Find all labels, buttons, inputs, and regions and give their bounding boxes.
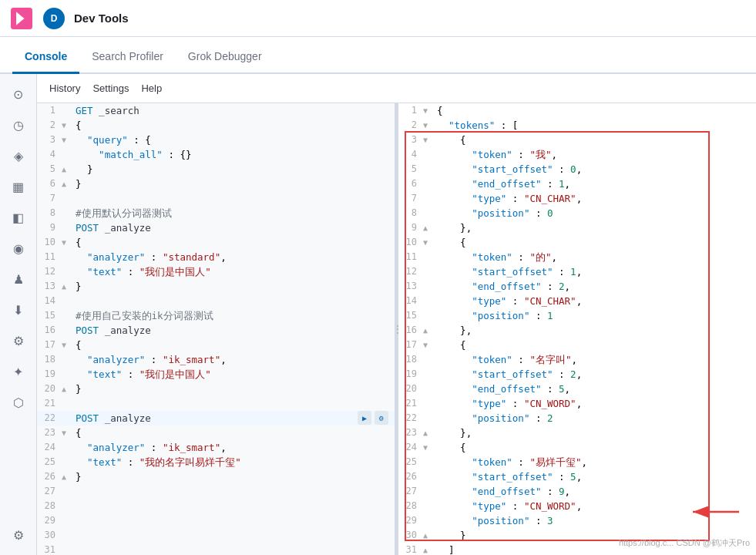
- table-row: 10▼ {: [398, 235, 756, 250]
- table-row: 10▼{: [37, 235, 395, 250]
- fold-icon[interactable]: ▼: [423, 338, 434, 352]
- line-number: 10: [37, 235, 62, 250]
- sidebar-icon-settings[interactable]: ⚙: [5, 521, 32, 549]
- line-number: 21: [398, 396, 423, 411]
- table-row: 18 "token" : "名字叫",: [398, 352, 756, 367]
- line-number: 11: [398, 250, 423, 264]
- tab-grok-debugger[interactable]: Grok Debugger: [176, 41, 274, 74]
- table-row: 6▲}: [37, 177, 395, 191]
- sidebar-icon-shield[interactable]: ◈: [5, 142, 32, 170]
- table-row: 16▲ },: [398, 323, 756, 338]
- fold-icon[interactable]: ▼: [423, 118, 434, 133]
- line-number: 1: [37, 103, 62, 118]
- sidebar-icon-map[interactable]: ◉: [5, 234, 32, 262]
- line-number: 21: [37, 396, 62, 411]
- fold-icon[interactable]: ▲: [62, 177, 72, 191]
- left-code-scroll[interactable]: 1GET _search2▼{3▼ "query" : {4 "match_al…: [37, 103, 395, 555]
- line-number: 15: [398, 308, 423, 323]
- line-number: 15: [37, 308, 62, 323]
- line-content: {: [72, 426, 395, 440]
- table-row: 16POST _analyze: [37, 323, 395, 338]
- table-row: 21: [37, 396, 395, 411]
- right-code-scroll[interactable]: 1▼{2▼ "tokens" : [3▼ {4 "token" : "我",5 …: [398, 103, 756, 555]
- watermark: https://blog.c... CSDN @鹤冲天Pro: [619, 537, 750, 549]
- tab-search-profiler[interactable]: Search Profiler: [79, 41, 176, 74]
- fold-icon[interactable]: ▲: [423, 220, 434, 235]
- fold-icon[interactable]: ▼: [423, 440, 434, 455]
- line-content: "type" : "CN_WORD",: [434, 396, 756, 411]
- line-number: 27: [37, 484, 62, 499]
- line-number: 20: [398, 382, 423, 396]
- sub-toolbar-settings[interactable]: Settings: [92, 79, 129, 97]
- line-content: GET _search: [72, 103, 395, 118]
- sidebar-icon-chart[interactable]: ▦: [5, 173, 32, 200]
- sidebar-icon-beaker[interactable]: ⬡: [5, 388, 32, 416]
- table-row: 22POST _analyze▶⚙: [37, 411, 395, 426]
- fold-icon[interactable]: ▲: [62, 382, 72, 396]
- fold-icon[interactable]: ▼: [423, 133, 434, 147]
- line-content: "token" : "名字叫",: [434, 352, 756, 367]
- line-content: {: [72, 338, 395, 352]
- table-row: 21 "type" : "CN_WORD",: [398, 396, 756, 411]
- right-editor: 1▼{2▼ "tokens" : [3▼ {4 "token" : "我",5 …: [398, 103, 756, 555]
- line-number: 31: [37, 543, 62, 555]
- fold-icon[interactable]: ▲: [423, 528, 434, 543]
- line-number: 2: [37, 118, 62, 133]
- line-number: 25: [398, 455, 423, 469]
- sidebar-icon-user[interactable]: ♟: [5, 265, 32, 293]
- table-row: 9POST _analyze: [37, 220, 395, 235]
- table-row: 4 "match_all" : {}: [37, 147, 395, 162]
- fold-icon[interactable]: ▼: [62, 133, 72, 147]
- sub-toolbar-history[interactable]: History: [49, 79, 80, 97]
- fold-icon[interactable]: ▼: [62, 426, 72, 440]
- line-content: "start_offset" : 2,: [434, 367, 756, 382]
- fold-icon[interactable]: ▼: [423, 103, 434, 118]
- table-row: 13 "end_offset" : 2,: [398, 279, 756, 294]
- sidebar: ⊙ ◷ ◈ ▦ ◧ ◉ ♟ ⬇ ⚙ ✦ ⬡ ⚙: [0, 74, 37, 555]
- table-row: 19 "start_offset" : 2,: [398, 367, 756, 382]
- fold-icon[interactable]: ▲: [62, 162, 72, 177]
- fold-icon[interactable]: ▼: [62, 118, 72, 133]
- sidebar-icon-database[interactable]: ◧: [5, 204, 32, 231]
- line-number: 30: [37, 528, 62, 543]
- fold-icon[interactable]: ▲: [62, 279, 72, 294]
- sidebar-icon-clock[interactable]: ◷: [5, 111, 32, 139]
- line-content: },: [434, 323, 756, 338]
- line-content: "text" : "我们是中国人": [72, 367, 395, 382]
- line-content: {: [434, 235, 756, 250]
- sidebar-icon-search[interactable]: ⚙: [5, 327, 32, 355]
- fold-icon[interactable]: ▲: [62, 469, 72, 484]
- line-number: 26: [37, 469, 62, 484]
- table-row: 11 "analyzer" : "standard",: [37, 250, 395, 264]
- sidebar-icon-home[interactable]: ⊙: [5, 80, 32, 108]
- tab-console[interactable]: Console: [12, 41, 79, 74]
- line-number: 17: [37, 338, 62, 352]
- settings-button[interactable]: ⚙: [375, 411, 388, 425]
- sidebar-icon-download[interactable]: ⬇: [5, 296, 32, 324]
- line-number: 22: [37, 411, 62, 426]
- sub-toolbar-help[interactable]: Help: [141, 79, 162, 97]
- line-number: 28: [37, 499, 62, 513]
- line-content: POST _analyze: [72, 220, 395, 235]
- table-row: 17▼ {: [398, 338, 756, 352]
- table-row: 7 "type" : "CN_CHAR",: [398, 191, 756, 206]
- user-avatar: D: [43, 8, 65, 29]
- fold-icon[interactable]: ▲: [423, 323, 434, 338]
- fold-icon[interactable]: ▲: [423, 426, 434, 440]
- fold-icon[interactable]: ▲: [423, 543, 434, 555]
- line-content: }: [72, 382, 395, 396]
- table-row: 5▲ }: [37, 162, 395, 177]
- fold-icon[interactable]: ▼: [62, 338, 72, 352]
- line-number: 14: [398, 294, 423, 308]
- line-number: 23: [398, 426, 423, 440]
- table-row: 14: [37, 294, 395, 308]
- table-row: 18 "analyzer" : "ik_smart",: [37, 352, 395, 367]
- line-content: "end_offset" : 9,: [434, 484, 756, 499]
- play-button[interactable]: ▶: [358, 411, 371, 425]
- fold-icon[interactable]: ▼: [62, 235, 72, 250]
- fold-icon[interactable]: ▼: [423, 235, 434, 250]
- sidebar-icon-code[interactable]: ✦: [5, 358, 32, 385]
- line-content: "analyzer" : "ik_smart",: [72, 440, 395, 455]
- line-content: {: [434, 133, 756, 147]
- line-number: 16: [37, 323, 62, 338]
